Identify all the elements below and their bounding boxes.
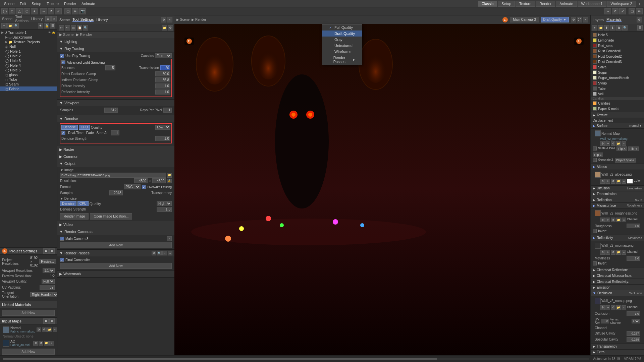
diffusion-section-header[interactable]: ▶ Diffusion Lambertian [591,186,644,191]
specular-cavity-input[interactable] [627,337,640,342]
rs-tool-settings-tab[interactable]: Tool Settings [72,17,94,22]
toolbar-right-4[interactable]: ▢ [629,8,635,14]
render-passes-search[interactable]: 🔍 [157,251,162,255]
lighting-header[interactable]: ▼ Lighting [57,38,174,45]
reflection-intensity-input[interactable] [155,89,170,95]
materials-tab-btn[interactable]: Materials [606,17,622,22]
rs-toolbar-1[interactable]: ↩ [59,25,64,31]
occlusion-delete-btn[interactable]: × [622,305,626,310]
start-at-input[interactable] [111,130,119,135]
roughness-folder-btn[interactable]: 📁 [616,218,621,222]
normal-settings-btn[interactable]: ⚙ [600,141,605,146]
metalness-reload-btn[interactable]: ↺ [611,250,615,255]
toolbar-btn-3[interactable]: △ [16,8,23,14]
tree-item-hole5[interactable]: ◯ Hole 5 [0,68,57,72]
normal-map-folder[interactable]: 📁 [47,327,52,332]
uv-padding-input[interactable] [40,285,55,290]
toolbar-btn-5[interactable]: ✦ [31,8,38,14]
toolbar-scale[interactable]: ⤢ [55,8,62,14]
common-header[interactable]: ▶ Common [57,153,174,160]
render-panel-close[interactable]: × [167,17,172,22]
mat-lemonade[interactable]: Lemonade [591,38,644,43]
clearcoat-reflectivity-header[interactable]: ▶ Clearcoat Reflectivity: [591,279,644,285]
toolbar-select[interactable]: ▢ [64,8,71,14]
render-passes-collapse[interactable]: − [162,251,167,255]
menu-edit[interactable]: Edit [17,1,29,6]
albedo-color-swatch[interactable] [627,179,633,184]
metalness-edit-btn[interactable]: ✏ [605,250,610,255]
input-maps-add-btn[interactable]: Add New [2,349,55,355]
diffuse-cavity-input[interactable] [627,331,640,336]
roughness-settings-btn[interactable]: ⚙ [600,218,605,222]
rs-toolbar-5[interactable]: 🔍 [83,25,88,31]
tab-setup[interactable]: Setup [498,1,515,7]
menu-animate[interactable]: Animate [79,1,98,6]
vp-close-btn[interactable]: × [583,17,588,22]
mat-candies[interactable]: Candies [591,101,644,106]
lock-res-btn[interactable]: 🔒 [167,179,172,183]
denoise-header[interactable]: ▼ Denoise [57,115,174,122]
emission-header[interactable]: ▶ Emission [591,285,644,290]
output-denoise-label-btn[interactable]: Denoise [60,201,76,206]
viewport-resolution-select[interactable]: 1:1 [43,268,55,273]
layers-tab-btn[interactable]: Layers [593,18,604,22]
metalness-folder-btn[interactable]: 📁 [616,250,621,255]
lock-icon-turntable[interactable]: 🔒 [52,31,55,34]
tree-item-background[interactable]: ▶ ▭ Background [0,35,57,40]
occlusion-reload-btn[interactable]: ↺ [611,305,615,310]
ao-map-edit[interactable]: ⚙ [33,341,38,346]
clearcoat-microsurface-header[interactable]: ▶ Clearcoat Microsurface: [591,273,644,279]
mat-export-btn[interactable]: ⬇ [610,25,615,31]
render-passes-header[interactable]: ▼ Render Passes ⚙ 🔍 − × [57,250,174,256]
mat-import-btn[interactable]: ⬆ [604,25,609,31]
transmission-section-header[interactable]: ▶ Transmission [591,191,644,197]
scene-filter-btn[interactable]: ☰ [50,23,55,28]
final-composite-checkbox[interactable]: ✓ [60,258,64,262]
mat-rust1[interactable]: Rust Corroded1 [591,48,644,54]
history-tab[interactable]: History [31,17,43,21]
ao-map-reload[interactable]: ↺ [39,341,43,346]
flip-z-btn[interactable]: Flip Z [593,153,603,157]
albedo-reload-btn[interactable]: ↺ [611,179,615,184]
extra-section-header[interactable]: ▶ Extra [591,350,644,355]
remove-cam-btn[interactable]: × [167,236,172,241]
transmission-input[interactable] [160,65,170,70]
normal-delete-btn[interactable]: × [622,141,626,146]
generate-z-checkbox[interactable] [593,158,597,162]
mat-syrup[interactable]: Syrup [591,80,644,86]
toolbar-right-1[interactable]: ↔ [604,8,611,14]
mat-sugar[interactable]: Sugar [591,70,644,75]
indirect-radiance-input[interactable] [155,77,170,82]
tree-item-glass[interactable]: ◻ glass [0,72,57,77]
mat-search-btn[interactable]: 🔍 [622,25,628,31]
quality-full-option[interactable]: ✓ Full Quality [322,24,362,31]
mat-folder-btn[interactable]: 📁 [598,25,603,31]
resize-btn[interactable]: Resize... [39,259,56,264]
project-settings-options[interactable]: ⚙ [43,248,49,254]
tab-render[interactable]: Render [536,1,555,7]
reflectivity-section-header[interactable]: ▶ Reflectivity Metalness [591,235,644,241]
use-ray-tracing-checkbox[interactable]: ✓ [60,54,64,58]
surface-section-header[interactable]: ▶ Surface Normal▼ [591,123,644,129]
metalness-value-input[interactable] [627,256,640,261]
tab-animate[interactable]: Animate [556,1,577,7]
normal-folder-btn[interactable]: 📁 [616,141,621,146]
normal-map-edit[interactable]: ⚙ [37,327,41,332]
transparency-section-header[interactable]: ▶ Transparency [591,344,644,350]
occlusion-folder-btn[interactable]: 📁 [616,305,621,310]
mat-red-seed[interactable]: Red_seed [591,43,644,48]
normal-map-delete[interactable]: × [53,327,57,332]
scene-add-btn[interactable]: + [1,23,7,28]
scene-lock-btn[interactable]: 🔒 [44,23,49,28]
denoise-strength-input[interactable] [155,136,170,141]
menu-setup[interactable]: Setup [29,1,44,6]
tab-workspace1[interactable]: Workspace 1 [578,1,606,7]
vp-settings-btn[interactable]: ⚙ [571,17,576,22]
output-denoise-cpu-btn[interactable]: CPU [77,201,89,206]
invert-roughness-checkbox[interactable] [593,229,597,233]
clearcoat-reflection-header[interactable]: ▶ Clearcoat Reflection: [591,267,644,273]
camera-selector-btn[interactable]: Main Camera 3 [510,17,539,22]
albedo-section-header[interactable]: ▶ Albedo [591,164,644,170]
toolbar-btn-2[interactable]: □ [9,8,15,14]
toolbar-right-2[interactable]: ↺ [612,8,619,14]
